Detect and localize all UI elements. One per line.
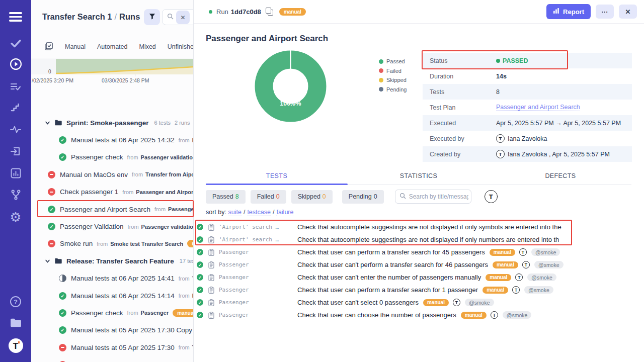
test-row[interactable]: ✓ Passenger Check that user can't perfor… [197, 258, 579, 271]
test-list-icon[interactable] [0, 81, 31, 93]
tab-defects[interactable]: DEFECTS [490, 170, 631, 184]
test-plan-link[interactable]: Passenger and Airport Search [496, 104, 580, 111]
user-avatar: T [519, 248, 527, 256]
help-icon[interactable]: ? [0, 296, 31, 308]
test-row[interactable]: ✓ Passenger Check that user can perform … [197, 246, 579, 258]
tests-check-icon[interactable] [0, 37, 31, 49]
sort-by-failure-link[interactable]: failure [276, 209, 293, 216]
runs-play-icon[interactable] [0, 58, 31, 70]
run-detail-panel: Run 1dd7c0d8 manual Report ··· ✕ Passeng… [194, 0, 644, 362]
created-by-value: Iana Zavoloka , Apr 5, 2025 5:57 PM [508, 151, 610, 158]
passed-status-icon: ✓ [59, 309, 66, 317]
run-tree-item-selected[interactable]: ✓ Passenger and Airport Search from Pass… [31, 201, 194, 218]
test-row[interactable]: ✓ Passenger Check that user can perform … [197, 284, 579, 296]
test-title: Check that user can't enter the number o… [297, 274, 481, 281]
failed-status-icon [48, 171, 55, 178]
settings-gear-icon[interactable]: ⚙ [0, 210, 31, 225]
clipboard-icon [208, 249, 214, 256]
folder-label: Sprint: Smoke-passenger [66, 119, 149, 127]
menu-icon[interactable] [0, 10, 31, 24]
run-tree-item[interactable]: ✓ Manual tests at 06 Apr 2025 14:14 from… [31, 287, 194, 304]
run-tree-item[interactable]: Manual tests at 05 Apr 2025 17:30 from T… [31, 339, 194, 356]
clear-search-button[interactable]: ✕ [176, 11, 190, 24]
row-label: Created by [423, 151, 496, 158]
sort-controls: sort by: suite/testcase/failure [206, 209, 293, 216]
smoke-tag[interactable]: @smoke [465, 299, 494, 306]
test-row[interactable]: ✓ Passenger Check that user can't enter … [197, 271, 579, 284]
failed-status-icon [59, 344, 66, 351]
clipboard-icon [208, 261, 214, 268]
tree-folder[interactable]: Sprint: Smoke-passenger 6 tests 2 runs [31, 114, 194, 131]
select-all-icon[interactable] [44, 41, 53, 52]
tab-statistics[interactable]: STATISTICS [348, 170, 490, 184]
smoke-tag[interactable]: @smoke [503, 311, 532, 319]
run-tree-item[interactable]: ✓ Manual tests at 05 Apr 2025 17:30 Copy… [31, 322, 194, 339]
testomat-logo[interactable]: T [0, 338, 31, 353]
filter-skipped-button[interactable]: Skipped0 [291, 190, 333, 204]
runs-trend-chart[interactable]: 0 [31, 59, 194, 74]
assignee-avatar-button[interactable]: T [485, 190, 498, 203]
test-row[interactable]: ✓ Passenger Check that user can't select… [197, 296, 579, 309]
summary-row-executed: Executed Apr 5, 2025 5:57 PM → Apr 5, 20… [423, 115, 632, 131]
tab-tests[interactable]: TESTS [206, 170, 348, 184]
smoke-tag[interactable]: @smoke [534, 261, 564, 268]
chevron-down-icon[interactable] [45, 120, 50, 126]
tests-count-value: 8 [496, 88, 500, 96]
run-tree-item[interactable]: ✓ Passenger check from Passenger manual … [31, 304, 194, 321]
runs-panel: Transfer Search 1/Runs ✕ Manual Automate… [31, 0, 194, 362]
sort-by-suite-link[interactable]: suite [228, 209, 241, 216]
passed-status-icon: ✓ [48, 223, 55, 230]
tab-automated[interactable]: Automated [97, 43, 127, 50]
tests-search-input[interactable] [409, 193, 468, 200]
test-title: Check that user can choose the number of… [297, 311, 456, 319]
more-actions-button[interactable]: ··· [596, 5, 614, 19]
executed-range-value: Apr 5, 2025 5:57 PM → Apr 5, 2025 5:57 P… [496, 120, 621, 127]
manual-badge: manual [279, 8, 306, 16]
smoke-tag[interactable]: @smoke [531, 248, 560, 256]
run-tree-item[interactable]: ✓ Passenger check from Passenger validat… [31, 149, 194, 166]
close-icon: ✕ [180, 14, 185, 21]
run-tree-item[interactable]: Manual tests at 06 Apr 2025 14:41 from T… [31, 270, 194, 287]
tab-unfinished[interactable]: Unfinished [168, 43, 194, 50]
test-row[interactable]: ✓ Passenger Check that user can choose t… [197, 309, 579, 321]
from-label: from [179, 344, 190, 350]
run-tree-item[interactable]: Check passenger 1 from Passenger and Air… [31, 184, 194, 201]
test-row[interactable]: ✓ 'Airport' search … Check that autocomp… [197, 221, 579, 233]
run-tree-item[interactable]: Manual tests at 06 May 2025 14:43 from T… [31, 356, 194, 362]
run-tree-item[interactable]: Manual on MacOs env from Transfer from A… [31, 166, 194, 183]
run-tree-item[interactable]: ✓ Passenger Validation from Passenger va… [31, 218, 194, 235]
branch-icon[interactable] [0, 189, 31, 201]
tab-mixed[interactable]: Mixed [139, 43, 155, 50]
copy-icon[interactable] [266, 8, 273, 16]
close-run-button[interactable]: ✕ [619, 5, 637, 19]
tests-search-box[interactable] [395, 190, 471, 204]
user-avatar: T [496, 150, 505, 158]
pulse-icon[interactable] [0, 124, 31, 135]
analytics-icon[interactable] [0, 167, 31, 179]
test-row[interactable]: ✓ 'Airport' search … Check that autocomp… [197, 233, 579, 246]
smoke-tag[interactable]: @smoke [527, 274, 556, 281]
manual-badge: manual [482, 287, 508, 294]
projects-folder-icon[interactable] [0, 317, 31, 328]
filter-failed-button[interactable]: Failed0 [251, 190, 286, 204]
manual-badge: manual [461, 312, 487, 319]
smoke-tag[interactable]: @smoke [524, 286, 553, 294]
run-tree-item[interactable]: ✓ Manual tests at 06 Apr 2025 14:32 from… [31, 131, 194, 148]
chevron-down-icon[interactable] [45, 258, 50, 264]
test-title: Check that user can't select 0 passenger… [297, 299, 419, 306]
tree-folder[interactable]: Release: Transfer Search Feature 17 test… [31, 252, 194, 269]
filter-pending-button[interactable]: Pending0 [342, 190, 384, 204]
sign-in-icon[interactable] [0, 145, 31, 157]
steps-icon[interactable] [0, 103, 31, 114]
run-tree-item[interactable]: Smoke run from Smoke test Transfer Searc… [31, 235, 194, 252]
tests-list: ✓ 'Airport' search … Check that autocomp… [197, 221, 579, 321]
sort-by-testcase-link[interactable]: testcase [247, 209, 271, 216]
run-label: Manual on MacOs env [60, 171, 128, 178]
filter-passed-button[interactable]: Passed8 [206, 190, 246, 204]
row-label: Duration [423, 73, 496, 80]
run-status-dot [209, 10, 212, 14]
tab-manual[interactable]: Manual [65, 43, 86, 50]
filter-button[interactable] [144, 9, 160, 25]
report-button[interactable]: Report [546, 4, 591, 19]
project-name[interactable]: Transfer Search 1 [42, 12, 112, 21]
